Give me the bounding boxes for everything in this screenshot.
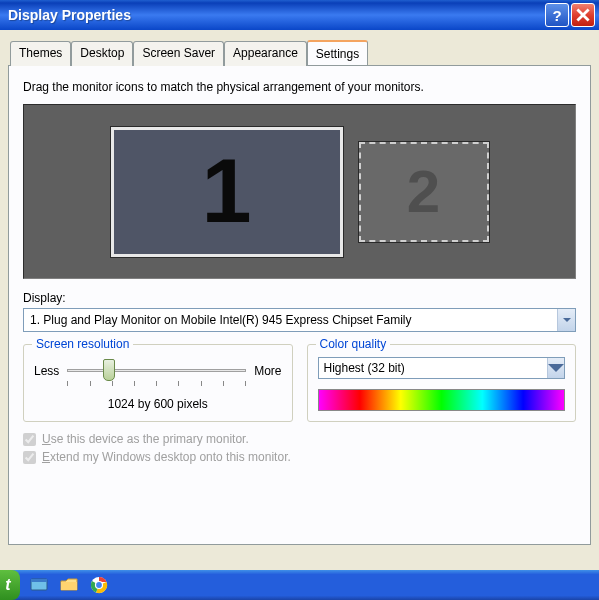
extend-desktop-label: Extend my Windows desktop onto this moni…: [42, 450, 291, 464]
tab-strip: Themes Desktop Screen Saver Appearance S…: [10, 40, 591, 65]
extend-desktop-checkbox-row: Extend my Windows desktop onto this moni…: [23, 450, 576, 464]
primary-monitor-checkbox: [23, 433, 36, 446]
color-spectrum-icon: [318, 389, 566, 411]
resolution-slider[interactable]: [67, 359, 246, 383]
primary-monitor-label: Use this device as the primary monitor.: [42, 432, 249, 446]
tab-screen-saver[interactable]: Screen Saver: [133, 41, 224, 66]
extend-desktop-checkbox: [23, 451, 36, 464]
slider-ticks: [67, 381, 246, 389]
titlebar[interactable]: Display Properties ?: [0, 0, 599, 30]
monitor-1-label: 1: [201, 140, 251, 243]
resolution-value: 1024 by 600 pixels: [34, 397, 282, 411]
slider-track: [67, 369, 246, 372]
screen-resolution-legend: Screen resolution: [32, 337, 133, 351]
tab-settings[interactable]: Settings: [307, 40, 368, 65]
close-button[interactable]: [571, 3, 595, 27]
slider-thumb[interactable]: [103, 359, 115, 381]
screen-resolution-group: Screen resolution Less More 1024 by 600 …: [23, 344, 293, 422]
color-quality-dropdown[interactable]: Highest (32 bit): [318, 357, 566, 379]
resolution-less-label: Less: [34, 364, 59, 378]
monitor-1[interactable]: 1: [111, 127, 343, 257]
svg-rect-2: [61, 582, 77, 590]
dropdown-arrow-icon: [557, 309, 575, 331]
monitor-arrangement-area[interactable]: 1 2: [23, 104, 576, 279]
tab-appearance[interactable]: Appearance: [224, 41, 307, 66]
folder-icon: [60, 576, 78, 594]
chrome-browser-icon: [90, 576, 108, 594]
color-quality-group: Color quality Highest (32 bit): [307, 344, 577, 422]
instruction-text: Drag the monitor icons to match the phys…: [23, 80, 576, 94]
color-quality-legend: Color quality: [316, 337, 391, 351]
tab-panel-settings: Drag the monitor icons to match the phys…: [8, 65, 591, 545]
taskbar[interactable]: t: [0, 570, 599, 600]
explorer-icon[interactable]: [58, 574, 80, 596]
help-icon: ?: [552, 7, 561, 24]
svg-rect-1: [31, 579, 47, 582]
dialog-body: Themes Desktop Screen Saver Appearance S…: [0, 30, 599, 545]
primary-monitor-checkbox-row: Use this device as the primary monitor.: [23, 432, 576, 446]
svg-point-4: [96, 582, 103, 589]
help-button[interactable]: ?: [545, 3, 569, 27]
chrome-icon[interactable]: [88, 574, 110, 596]
desktop-icon: [30, 576, 48, 594]
window-title: Display Properties: [8, 7, 543, 23]
tab-desktop[interactable]: Desktop: [71, 41, 133, 66]
monitor-2[interactable]: 2: [359, 142, 489, 242]
dropdown-arrow-icon: [547, 358, 564, 378]
display-dropdown[interactable]: 1. Plug and Play Monitor on Mobile Intel…: [23, 308, 576, 332]
color-quality-value: Highest (32 bit): [319, 361, 548, 375]
monitor-2-label: 2: [407, 157, 440, 226]
show-desktop-icon[interactable]: [28, 574, 50, 596]
start-button[interactable]: t: [0, 570, 20, 600]
display-label: Display:: [23, 291, 576, 305]
resolution-more-label: More: [254, 364, 281, 378]
tab-themes[interactable]: Themes: [10, 41, 71, 66]
close-icon: [576, 8, 590, 22]
display-dropdown-value: 1. Plug and Play Monitor on Mobile Intel…: [24, 313, 557, 327]
